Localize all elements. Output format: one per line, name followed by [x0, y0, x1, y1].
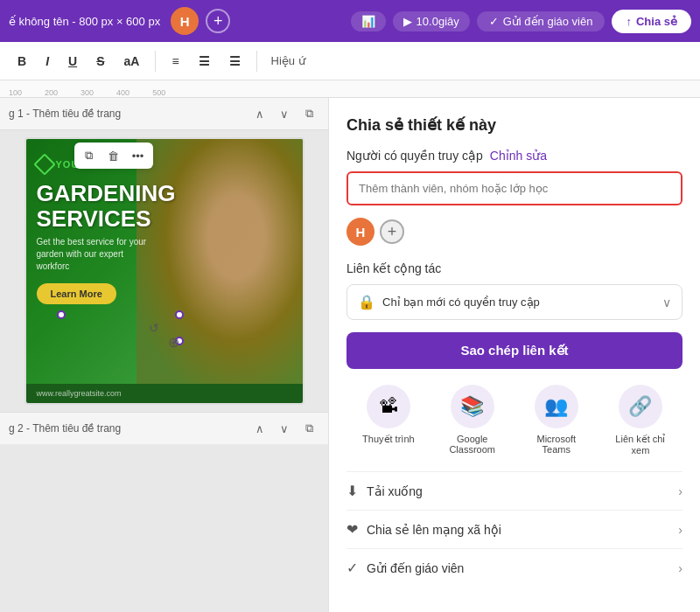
ruler-mark: 300	[80, 88, 94, 97]
play-icon: ▶	[403, 15, 412, 28]
banner-title-line1: GARDENING	[37, 181, 176, 206]
toolbar-separator	[155, 51, 156, 72]
banner-footer: www.reallygreatsite.com	[26, 384, 303, 403]
chevron-right-icon-2: ›	[678, 523, 682, 537]
invited-avatar: H	[346, 218, 374, 246]
share-button[interactable]: ↑ Chia sẻ	[612, 10, 691, 33]
selection-handle-right	[175, 310, 184, 319]
send-teacher-menu-item[interactable]: ✓ Gửi đến giáo viên ›	[346, 548, 682, 587]
social-share-label: Chia sẻ lên mạng xã hội	[367, 523, 669, 537]
list-indent-button[interactable]: ☰	[222, 51, 248, 72]
effects-label: Hiệu ứ	[266, 51, 311, 71]
chevron-down-icon: ∨	[662, 296, 671, 309]
google-classroom-label: Google Classroom	[446, 434, 499, 455]
ruler-mark: 200	[45, 88, 58, 97]
send-teacher-label: Gửi đến giáo viên	[367, 561, 669, 575]
share-panel: Chia sẻ thiết kế này Người có quyền truy…	[328, 98, 700, 612]
view-link-label: Liên kết chỉ xem	[614, 434, 667, 456]
lock-icon: 🔒	[358, 294, 375, 310]
ruler: 100 200 300 400 500	[0, 80, 700, 98]
topbar: ế không tên - 800 px × 600 px H + 📊 ▶ 10…	[0, 0, 700, 42]
presentation-icon: 📽	[367, 385, 410, 428]
view-link-icon: 🔗	[619, 385, 662, 428]
design-toolbar: ⧉ 🗑 •••	[74, 143, 153, 169]
chart-icon: 📊	[361, 15, 375, 28]
presentation-label: Thuyết trình	[362, 434, 415, 445]
toolbar-separator-2	[256, 51, 257, 72]
italic-button[interactable]: I	[38, 51, 56, 72]
google-classroom-icon: 📚	[451, 385, 494, 428]
link-section-label: Liên kết cộng tác	[346, 261, 682, 275]
invited-row: H +	[346, 218, 682, 246]
list-button[interactable]: ☰	[192, 51, 217, 72]
website-text: www.reallygreatsite.com	[37, 389, 122, 398]
access-option-text: Chỉ bạn mới có quyền truy cập	[382, 296, 655, 309]
canvas-area: g 1 - Thêm tiêu đề trang ∧ ∨ ⧉ ⧉ 🗑 •••	[0, 98, 328, 612]
brand-diamond-icon	[33, 153, 55, 175]
timer-button[interactable]: ▶ 10.0giây	[393, 11, 470, 31]
design-card[interactable]: ⧉ 🗑 ••• YOUR GARDENING SERVICES Get the …	[24, 137, 304, 405]
add-member-button[interactable]: +	[380, 219, 404, 244]
copy-link-button[interactable]: Sao chép liên kết	[346, 332, 682, 369]
download-menu-item[interactable]: ⬇ Tải xuống ›	[346, 471, 682, 510]
banner-description: Get the best service for your garden wit…	[37, 236, 159, 273]
gardening-banner: YOUR GARDENING SERVICES Get the best ser…	[26, 139, 303, 384]
banner-title-line2: SERVICES	[37, 206, 176, 232]
ruler-mark: 400	[116, 88, 130, 97]
page2-label-text: g 2 - Thêm tiêu đề trang	[9, 422, 121, 435]
timer-label: 10.0giây	[416, 15, 459, 28]
presentation-share-item[interactable]: 📽 Thuyết trình	[362, 385, 415, 456]
main-area: g 1 - Thêm tiêu đề trang ∧ ∨ ⧉ ⧉ 🗑 •••	[0, 98, 700, 612]
download-label: Tải xuống	[367, 484, 669, 498]
microsoft-teams-item[interactable]: 👥 Microsoft Teams	[530, 385, 583, 456]
view-link-item[interactable]: 🔗 Liên kết chỉ xem	[614, 385, 667, 456]
chevron-right-icon: ›	[678, 484, 682, 498]
ruler-mark: 100	[9, 88, 22, 97]
copy-element-button[interactable]: ⧉	[79, 145, 100, 166]
bold-button[interactable]: B	[10, 51, 33, 72]
move-handle[interactable]: ⊕	[168, 334, 179, 351]
add-button[interactable]: +	[206, 9, 230, 33]
ruler-mark: 500	[152, 88, 165, 97]
send-to-teacher-button[interactable]: ✓ Gửi đến giáo viên	[477, 11, 606, 31]
edit-access-link[interactable]: Chỉnh sửa	[490, 149, 547, 163]
share-icons-grid: 📽 Thuyết trình 📚 Google Classroom 👥 Micr…	[346, 385, 682, 456]
google-classroom-item[interactable]: 📚 Google Classroom	[446, 385, 499, 456]
microsoft-teams-label: Microsoft Teams	[530, 434, 583, 455]
page2-duplicate-button[interactable]: ⧉	[298, 418, 319, 439]
avatar-button[interactable]: H	[171, 7, 199, 35]
selection-handle-left	[57, 310, 66, 319]
page2-collapse-button[interactable]: ∧	[249, 418, 270, 439]
share-icon: ↑	[626, 15, 632, 28]
collapse-button[interactable]: ∧	[249, 103, 270, 124]
banner-content: YOUR GARDENING SERVICES Get the best ser…	[37, 156, 176, 304]
expand-button[interactable]: ∨	[274, 103, 295, 124]
more-options-button[interactable]: •••	[128, 145, 149, 166]
heart-icon: ❤	[346, 521, 358, 538]
share-label: Chia sẻ	[636, 15, 677, 28]
member-input[interactable]	[346, 171, 682, 205]
panel-title: Chia sẻ thiết kế này	[346, 115, 682, 135]
font-size-button[interactable]: aA	[116, 51, 146, 72]
delete-element-button[interactable]: 🗑	[103, 145, 124, 166]
page2-icons: ∧ ∨ ⧉	[249, 418, 319, 439]
strikethrough-button[interactable]: S	[89, 51, 111, 72]
rotate-handle[interactable]: ↺	[149, 321, 159, 335]
check-circle-icon: ✓	[489, 15, 499, 28]
duplicate-page-button[interactable]: ⧉	[298, 103, 319, 124]
access-row: Người có quyền truy cập Chỉnh sửa	[346, 149, 682, 163]
page1-label: g 1 - Thêm tiêu đề trang ∧ ∨ ⧉	[0, 98, 328, 130]
social-share-menu-item[interactable]: ❤ Chia sẻ lên mạng xã hội ›	[346, 510, 682, 548]
underline-button[interactable]: U	[61, 51, 84, 72]
download-icon: ⬇	[346, 483, 358, 499]
page1-label-text: g 1 - Thêm tiêu đề trang	[9, 108, 121, 120]
align-left-button[interactable]: ≡	[164, 51, 186, 72]
access-label: Người có quyền truy cập	[346, 149, 483, 163]
learn-more-button[interactable]: Learn More	[37, 283, 116, 304]
analytics-button[interactable]: 📊	[351, 11, 386, 31]
topbar-title: ế không tên - 800 px × 600 px	[9, 15, 160, 28]
access-dropdown[interactable]: 🔒 Chỉ bạn mới có quyền truy cập ∨	[346, 284, 682, 320]
page2-expand-button[interactable]: ∨	[274, 418, 295, 439]
page1-icons: ∧ ∨ ⧉	[249, 103, 319, 124]
format-toolbar: B I U S aA ≡ ☰ ☰ Hiệu ứ	[0, 42, 700, 80]
